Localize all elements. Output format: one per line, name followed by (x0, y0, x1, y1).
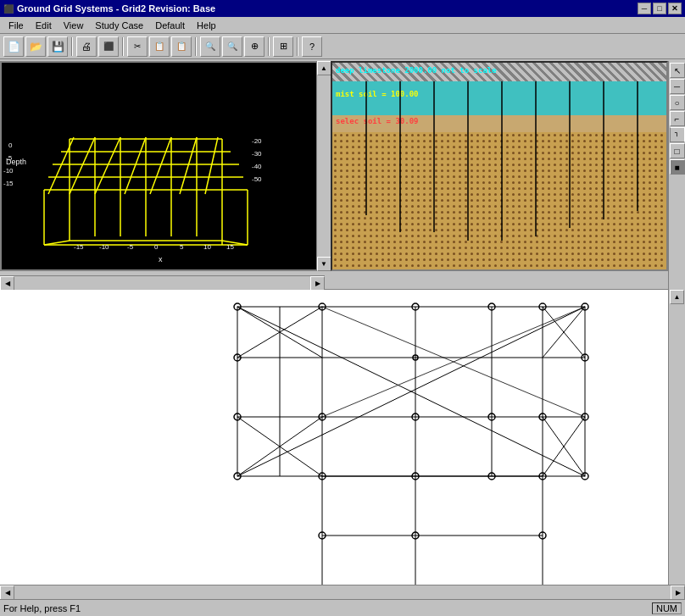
zoom-in-button[interactable]: 🔍 (200, 36, 220, 57)
menu-file[interactable]: File (3, 19, 29, 31)
rt-rect-btn[interactable]: □ (670, 143, 685, 158)
svg-text:-5: -5 (127, 243, 134, 251)
scroll-right-btn[interactable]: ▶ (310, 276, 325, 291)
menu-bar: File Edit View Study Case Default Help (0, 17, 685, 34)
panels-area: x Depth (0, 61, 685, 599)
grid-view-svg (0, 290, 668, 599)
separator-3 (195, 37, 197, 56)
cut-button[interactable]: ✂ (127, 36, 148, 57)
separator-2 (122, 37, 124, 56)
bottom-vscroll-track[interactable] (671, 304, 684, 585)
3d-grid-svg: x Depth (2, 63, 325, 271)
svg-text:-20: -20 (252, 137, 262, 145)
svg-text:-30: -30 (252, 150, 262, 158)
svg-text:15: 15 (226, 243, 234, 251)
main-scroll-left[interactable]: ◀ (0, 585, 14, 600)
menu-help[interactable]: Help (192, 19, 221, 31)
scroll-up-btn[interactable]: ▲ (317, 61, 331, 75)
3d-vscrollbar[interactable]: ▲ ▼ (316, 61, 331, 271)
app-wrapper: ⬛ Ground Grid Systems - Grid2 Revision: … (0, 0, 685, 616)
main-scroll-right[interactable]: ▶ (671, 585, 685, 600)
svg-rect-0 (2, 63, 325, 271)
app-title: Ground Grid Systems - Grid2 Revision: Ba… (17, 3, 215, 14)
separator-5 (297, 37, 298, 56)
svg-rect-56 (0, 290, 668, 599)
svg-text:-10: -10 (99, 243, 109, 251)
top-panels: x Depth (0, 61, 685, 290)
svg-text:-15: -15 (74, 243, 84, 251)
hscroll-track[interactable] (14, 277, 310, 290)
paste-button[interactable]: 📋 (171, 36, 192, 57)
copy-button[interactable]: 📋 (149, 36, 170, 57)
open-button[interactable]: 📂 (25, 36, 46, 57)
pile-lines-svg (332, 63, 666, 271)
main-toolbar: 📄 📂 💾 🖨 ⬛ ✂ 📋 📋 🔍 🔍 ⊕ ⊞ ? (0, 34, 685, 59)
main-hscrollbar[interactable]: ◀ ▶ (0, 585, 685, 599)
svg-text:-5: -5 (6, 154, 13, 162)
menu-view[interactable]: View (58, 19, 89, 31)
soil-view: deep limestone 2000.00 not to scale mist… (331, 61, 668, 271)
svg-text:5: 5 (180, 243, 184, 251)
menu-study-case[interactable]: Study Case (90, 19, 148, 31)
svg-text:-10: -10 (3, 167, 14, 175)
bottom-scroll-up[interactable]: ▲ (670, 290, 684, 304)
menu-default[interactable]: Default (150, 19, 190, 31)
close-button[interactable]: ✕ (668, 3, 682, 14)
title-bar-right: ─ □ ✕ (638, 3, 682, 14)
svg-text:0: 0 (154, 243, 159, 251)
app-icon: ⬛ (3, 4, 14, 14)
svg-text:0: 0 (8, 142, 13, 149)
help-button[interactable]: ? (302, 36, 322, 57)
separator-1 (71, 37, 73, 56)
rt-fill-btn[interactable]: ■ (670, 159, 685, 175)
grid-button[interactable]: ⊞ (273, 36, 293, 57)
zoom-out-button[interactable]: 🔍 (222, 36, 242, 57)
minimize-button[interactable]: ─ (638, 3, 651, 14)
rt-corner2-btn[interactable]: ⌐ (670, 127, 685, 142)
svg-text:-15: -15 (3, 180, 14, 187)
svg-text:-50: -50 (252, 175, 262, 183)
main-hscroll-track[interactable] (14, 586, 671, 599)
menu-edit[interactable]: Edit (31, 19, 57, 31)
scroll-left-btn[interactable]: ◀ (0, 276, 14, 291)
save-button[interactable]: 💾 (47, 36, 68, 57)
new-button[interactable]: 📄 (3, 36, 24, 57)
status-bar: For Help, press F1 NUM (0, 599, 685, 616)
scroll-down-btn[interactable]: ▼ (317, 257, 331, 271)
svg-text:x: x (159, 255, 163, 264)
3d-hscrollbar[interactable]: ◀ ▶ (0, 275, 325, 290)
svg-text:10: 10 (203, 243, 211, 251)
bottom-vscrollbar[interactable]: ▲ ▼ (668, 290, 685, 599)
rt-cursor-btn[interactable]: ↖ (670, 63, 685, 78)
num-mode-indicator: NUM (652, 602, 682, 614)
soil-view-container: deep limestone 2000.00 not to scale mist… (331, 61, 685, 290)
maximize-button[interactable]: □ (653, 3, 666, 14)
status-help-text: For Help, press F1 (3, 603, 81, 613)
3d-view[interactable]: x Depth (0, 61, 325, 271)
print-button[interactable]: 🖨 (76, 36, 97, 57)
separator-4 (268, 37, 270, 56)
bottom-panel (0, 290, 668, 599)
title-bar-left: ⬛ Ground Grid Systems - Grid2 Revision: … (3, 3, 215, 14)
title-bar: ⬛ Ground Grid Systems - Grid2 Revision: … (0, 0, 685, 17)
rt-corner1-btn[interactable]: ⌐ (670, 111, 685, 126)
svg-text:-40: -40 (252, 163, 262, 170)
print2-button[interactable]: ⬛ (98, 36, 119, 57)
vscroll-track[interactable] (318, 75, 331, 257)
3d-view-container: x Depth (0, 61, 331, 290)
rt-line-btn[interactable]: ─ (670, 79, 685, 94)
rt-circle-btn[interactable]: ○ (670, 95, 685, 110)
zoom-fit-button[interactable]: ⊕ (244, 36, 265, 57)
